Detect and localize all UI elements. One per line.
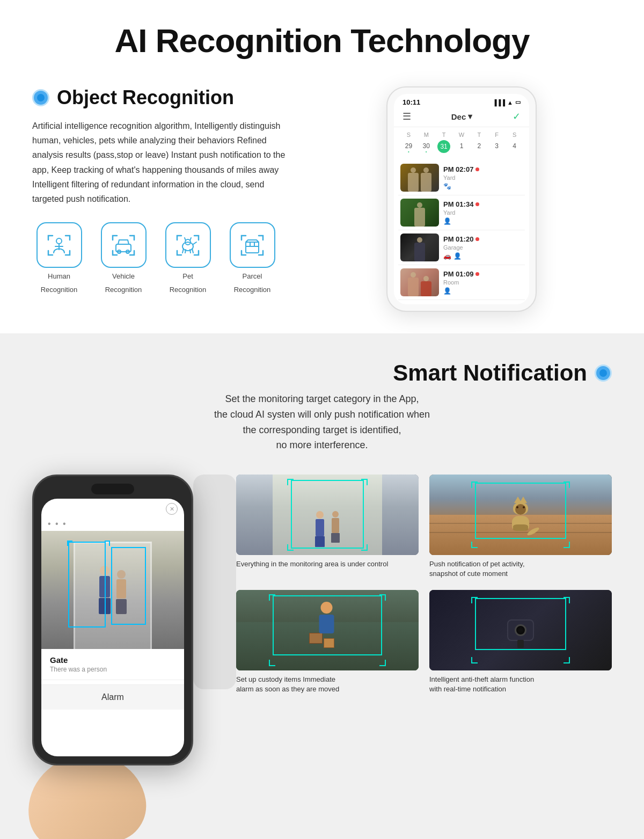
detection-box-camera xyxy=(475,598,566,651)
notif-time-3: PM 01:20 xyxy=(443,235,523,243)
cal-day-30: 30 xyxy=(418,140,435,153)
calendar-grid: S M T W T F S 29 30 31 1 2 3 4 xyxy=(394,127,529,156)
notif-info-1: PM 02:07 Yard 🐾 xyxy=(443,165,523,190)
pet-recognition-item: Pet Recognition xyxy=(161,222,215,295)
phone-screen-large: ✕ • • • xyxy=(41,499,184,756)
svg-point-0 xyxy=(56,238,62,244)
human-recognition-label2: Recognition xyxy=(41,286,78,295)
phone-month: Dec ▾ xyxy=(451,112,473,121)
recognition-icons-row: Human Recognition xyxy=(32,222,290,295)
human-recognition-item: Human Recognition xyxy=(32,222,86,295)
notif-thumb-2 xyxy=(400,199,439,227)
section1-left: Object Recognition Artificial intelligen… xyxy=(32,86,290,295)
phone-screen-header: ✕ xyxy=(41,499,184,517)
notif-thumb-1 xyxy=(400,164,439,192)
notification-list: PM 02:07 Yard 🐾 xyxy=(394,156,529,304)
notif-time-1: PM 02:07 xyxy=(443,165,523,173)
phone-device: 10:11 ▐▐▐ ▲ ▭ ☰ Dec ▾ ✓ xyxy=(386,86,537,312)
battery-icon: ▭ xyxy=(515,99,521,106)
phone-time: 10:11 xyxy=(402,98,420,106)
section2-subtitle: Set the monitoring target category in th… xyxy=(32,391,612,453)
cal-day-1: 1 xyxy=(453,140,470,153)
notif-item-4: PM 01:09 Room 👤 xyxy=(398,265,525,300)
notif-tags-2: 👤 xyxy=(443,217,523,225)
cal-day-31-today: 31 xyxy=(437,140,450,153)
section1-phone-mockup: 10:11 ▐▐▐ ▲ ▭ ☰ Dec ▾ ✓ xyxy=(311,86,612,312)
grid-item-camera: Intelligent anti-theft alarm functionwit… xyxy=(429,590,612,694)
notif-location-4: Room xyxy=(443,279,523,286)
notif-tags-3: 🚗 👤 xyxy=(443,252,523,260)
phone-status-bar: 10:11 ▐▐▐ ▲ ▭ xyxy=(394,94,529,108)
close-button[interactable]: ✕ xyxy=(166,503,178,515)
person-tag-icon-2: 👤 xyxy=(443,217,451,225)
phone-mockup-large: ✕ • • • xyxy=(32,475,193,765)
section2-image-grid: Everything in the monitoring area is und… xyxy=(225,475,612,694)
notif-red-dot-1 xyxy=(475,167,479,171)
parcel-icon xyxy=(239,232,265,258)
notif-red-dot-3 xyxy=(475,237,479,241)
object-recognition-title: Object Recognition xyxy=(57,86,234,109)
smart-notification-title-text: Smart Notification xyxy=(393,360,587,386)
section1-ai-recognition: Object Recognition Artificial intelligen… xyxy=(0,76,644,333)
notif-item-1: PM 02:07 Yard 🐾 xyxy=(398,160,525,195)
notif-thumb-3 xyxy=(400,234,439,261)
svg-rect-8 xyxy=(246,242,259,253)
vehicle-recognition-label2: Recognition xyxy=(105,286,142,295)
phone-notch xyxy=(91,484,134,494)
svg-point-6 xyxy=(182,242,193,251)
cal-day-2: 2 xyxy=(471,140,487,153)
notif-item-2: PM 01:34 Yard 👤 xyxy=(398,195,525,230)
dots-menu[interactable]: • • • xyxy=(41,517,184,531)
notif-time-4: PM 01:09 xyxy=(443,270,523,278)
parcel-recognition-label: Parcel xyxy=(243,272,262,281)
cal-header-f: F xyxy=(488,130,505,139)
detection-box-cat xyxy=(475,483,566,539)
alert-description: There was a person xyxy=(50,666,175,673)
grid-caption-camera: Intelligent anti-theft alarm functionwit… xyxy=(429,675,612,694)
object-recognition-heading: Object Recognition xyxy=(32,86,290,109)
cal-header-m: M xyxy=(418,130,435,139)
phone-camera-image xyxy=(41,531,184,649)
cal-header-s2: S xyxy=(506,130,523,139)
notif-tags-4: 👤 xyxy=(443,287,523,295)
smart-notification-title: Smart Notification xyxy=(393,360,612,386)
notif-item-3: PM 01:20 Garage 🚗 👤 xyxy=(398,230,525,265)
blue-dot-icon-2 xyxy=(595,364,612,382)
alarm-button[interactable]: Alarm xyxy=(41,684,184,710)
vehicle-recognition-icon-box xyxy=(101,222,147,268)
cal-day-3: 3 xyxy=(488,140,505,153)
detection-box-delivery xyxy=(273,595,382,656)
pet-recognition-icon-box xyxy=(165,222,211,268)
cal-day-29: 29 xyxy=(400,140,417,153)
notif-red-dot-4 xyxy=(475,272,479,276)
section2-header: Smart Notification xyxy=(32,360,612,386)
section2-smart-notification: Smart Notification Set the monitoring ta… xyxy=(0,333,644,839)
notif-time-2: PM 01:34 xyxy=(443,200,523,208)
phone-status-icons: ▐▐▐ ▲ ▭ xyxy=(493,99,521,106)
parcel-recognition-label2: Recognition xyxy=(234,286,271,295)
parcel-recognition-icon-box xyxy=(230,222,275,268)
grid-item-cat: Push notification of pet activity,snapsh… xyxy=(429,475,612,579)
cal-day-4: 4 xyxy=(506,140,523,153)
detection-box-indoor xyxy=(291,480,364,549)
grid-image-cat xyxy=(429,475,612,555)
cal-header-t2: T xyxy=(471,130,487,139)
grid-caption-cat: Push notification of pet activity,snapsh… xyxy=(429,559,612,579)
section2-left-phone: ✕ • • • xyxy=(32,475,225,839)
wifi-icon: ▲ xyxy=(507,99,513,106)
vehicle-icon xyxy=(111,232,136,258)
calendar-menu-icon: ☰ xyxy=(402,111,411,122)
human-recognition-label: Human xyxy=(48,272,70,281)
notif-location-3: Garage xyxy=(443,244,523,251)
notif-thumb-4 xyxy=(400,268,439,296)
detection-box-1 xyxy=(68,542,106,628)
person-tag-icon-3: 👤 xyxy=(453,252,462,260)
parcel-recognition-item: Parcel Recognition xyxy=(225,222,279,295)
notif-info-3: PM 01:20 Garage 🚗 👤 xyxy=(443,235,523,260)
object-recognition-description: Artificial intelligence recognition algo… xyxy=(32,119,290,206)
notif-red-dot-2 xyxy=(475,202,479,206)
pet-icon xyxy=(175,232,201,258)
notif-info-4: PM 01:09 Room 👤 xyxy=(443,270,523,295)
person-tag-icon-4: 👤 xyxy=(443,287,451,295)
detection-box-2 xyxy=(111,547,146,625)
